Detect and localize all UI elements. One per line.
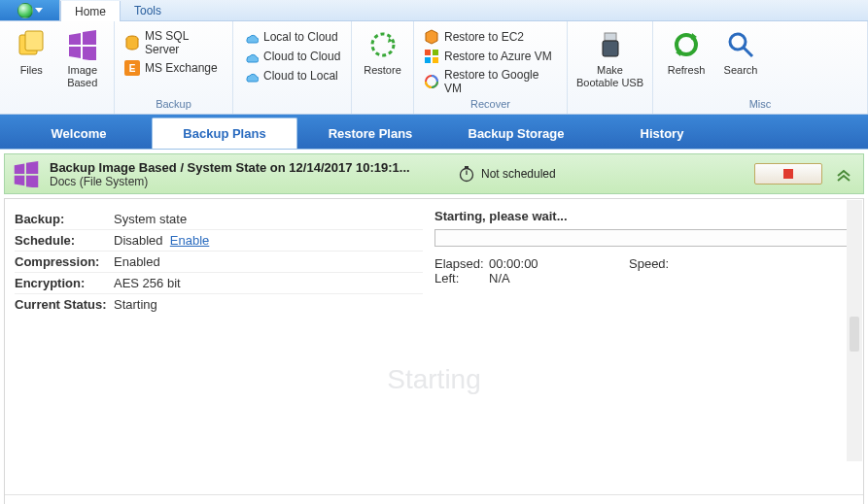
restore-label: Restore: [364, 64, 401, 77]
restore-to-google-label: Restore to Google VM: [444, 68, 557, 95]
restore-icon: [367, 29, 399, 60]
restore-to-google-button[interactable]: Restore to Google VM: [424, 68, 557, 95]
cloud-down-icon: [243, 68, 259, 84]
azure-icon: [424, 49, 439, 64]
group-caption: [6, 98, 108, 114]
tab-tools[interactable]: Tools: [121, 0, 176, 20]
local-to-cloud-button[interactable]: Local to Cloud: [243, 29, 340, 45]
windows-icon: [13, 160, 40, 187]
scrollbar[interactable]: [847, 200, 862, 461]
gcp-icon: [424, 74, 439, 89]
group-caption-recover: Recover: [420, 98, 561, 114]
files-button[interactable]: Files: [6, 23, 57, 77]
plan-actions: Edit Delete Restore Files View Backup St…: [5, 494, 863, 504]
search-label: Search: [724, 64, 758, 77]
image-based-button[interactable]: Image Based: [57, 23, 109, 88]
svg-rect-4: [425, 50, 431, 55]
usb-icon: [595, 29, 626, 60]
chevron-down-icon: [35, 8, 43, 13]
enable-schedule-link[interactable]: Enable: [170, 233, 209, 248]
cloud-to-cloud-button[interactable]: Cloud to Cloud: [243, 49, 340, 64]
local-to-cloud-label: Local to Cloud: [263, 30, 338, 44]
svg-rect-10: [603, 41, 618, 56]
restore-button[interactable]: Restore: [358, 23, 407, 77]
collapse-button[interactable]: [832, 162, 855, 185]
search-icon: [725, 29, 756, 60]
search-button[interactable]: Search: [713, 23, 768, 77]
tab-restore-plans[interactable]: Restore Plans: [297, 118, 443, 149]
image-based-label: Image Based: [67, 64, 97, 88]
restore-to-azure-label: Restore to Azure VM: [444, 50, 552, 63]
plan-title: Backup Image Based / System State on 12/…: [50, 160, 448, 175]
cloud-to-local-label: Cloud to Local: [263, 69, 338, 83]
detail-row: Encryption:AES 256 bit: [15, 273, 423, 294]
detail-row: Current Status:Starting: [15, 294, 423, 315]
tab-history[interactable]: History: [589, 118, 735, 149]
refresh-label: Refresh: [668, 64, 706, 77]
svg-point-11: [730, 34, 746, 50]
refresh-button[interactable]: Refresh: [659, 23, 713, 77]
detail-row: Schedule:Disabled Enable: [15, 230, 423, 252]
restore-to-ec2-label: Restore to EC2: [444, 30, 524, 44]
stop-button[interactable]: [754, 163, 822, 185]
chevron-double-up-icon: [835, 165, 852, 183]
cloud-to-local-button[interactable]: Cloud to Local: [243, 68, 340, 84]
files-icon: [16, 29, 47, 60]
svg-rect-5: [433, 50, 438, 55]
elapsed-label: Elapsed:: [434, 256, 489, 271]
restore-to-ec2-button[interactable]: Restore to EC2: [424, 29, 557, 45]
refresh-icon: [671, 29, 702, 60]
ms-sql-server-label: MS SQL Server: [145, 29, 223, 56]
quick-access-toolbar[interactable]: [0, 0, 60, 20]
files-label: Files: [20, 64, 43, 77]
elapsed-value: 00:00:00: [489, 256, 538, 271]
stop-icon: [783, 169, 793, 179]
svg-line-12: [744, 48, 752, 56]
svg-rect-1: [25, 31, 43, 50]
left-value: N/A: [489, 271, 510, 286]
cloud-to-cloud-label: Cloud to Cloud: [263, 50, 340, 63]
ms-exchange-button[interactable]: E MS Exchange: [124, 60, 223, 76]
aws-icon: [424, 29, 439, 45]
detail-row: Compression:Enabled: [15, 252, 423, 273]
tab-welcome[interactable]: Welcome: [6, 118, 152, 149]
svg-rect-15: [465, 166, 469, 168]
svg-rect-7: [433, 57, 438, 63]
database-icon: [124, 35, 140, 50]
exchange-icon: E: [124, 60, 140, 76]
left-label: Left:: [434, 271, 489, 286]
tab-backup-storage[interactable]: Backup Storage: [443, 118, 589, 149]
svg-point-3: [372, 34, 394, 55]
tab-backup-plans[interactable]: Backup Plans: [152, 118, 297, 149]
cloud-sync-icon: [243, 49, 259, 64]
group-caption: [239, 98, 345, 114]
plan-schedule-label: Not scheduled: [481, 167, 556, 181]
cloud-up-icon: [243, 29, 259, 45]
group-caption-backup: Backup: [121, 98, 226, 114]
windows-icon: [67, 29, 98, 60]
make-bootable-usb-button[interactable]: Make Bootable USB: [573, 23, 646, 88]
plan-schedule-status: Not scheduled: [458, 165, 623, 183]
group-caption-misc: Misc: [659, 98, 861, 114]
plan-details-panel: Backup:System state Schedule:Disabled En…: [4, 198, 864, 504]
progress-header: Starting, please wait...: [434, 209, 853, 223]
svg-rect-9: [605, 33, 616, 41]
plan-subtitle: Docs (File System): [50, 175, 448, 188]
main-tabs: Welcome Backup Plans Restore Plans Backu…: [0, 115, 868, 150]
speed-label: Speed:: [629, 256, 683, 271]
ribbon: Files Image Based MS SQL Server E MS Exc…: [0, 21, 868, 115]
make-bootable-usb-label: Make Bootable USB: [576, 64, 643, 88]
ms-sql-server-button[interactable]: MS SQL Server: [124, 29, 223, 56]
stopwatch-icon: [458, 165, 475, 183]
progress-bar: [434, 229, 853, 247]
app-icon: [17, 3, 33, 18]
svg-rect-6: [425, 57, 431, 63]
plan-header: Backup Image Based / System State on 12/…: [4, 153, 864, 194]
tab-home[interactable]: Home: [60, 1, 121, 21]
scrollbar-thumb[interactable]: [850, 317, 859, 352]
restore-to-azure-button[interactable]: Restore to Azure VM: [424, 49, 557, 64]
detail-row: Backup:System state: [15, 209, 423, 230]
ms-exchange-label: MS Exchange: [145, 61, 218, 75]
